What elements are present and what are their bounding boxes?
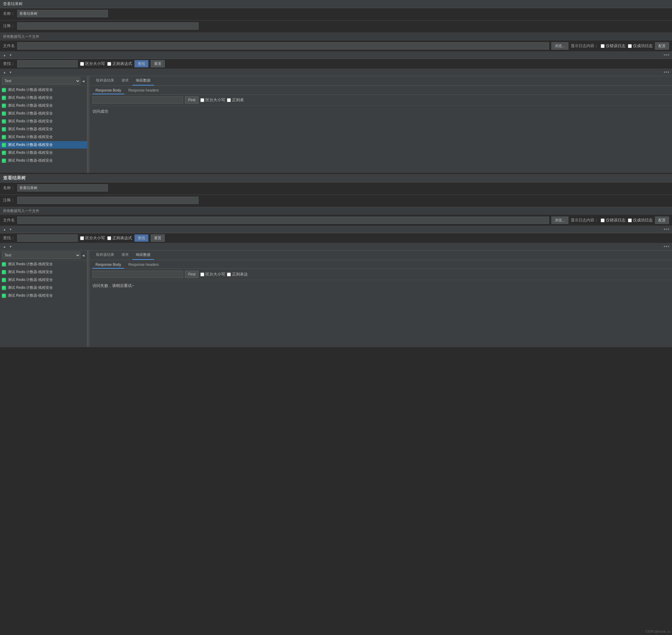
- split-more-2[interactable]: •••: [664, 244, 670, 249]
- success-only-checkbox-1[interactable]: 仅成功日志: [628, 43, 653, 49]
- shield-icon-2-0: [2, 262, 6, 266]
- file-row-1: 文件名 浏览... 显示日志内容： 仅错误日志 仅成功日志 配置: [0, 41, 672, 51]
- search-toolbar-2: ▲ ▼ •••: [0, 226, 672, 233]
- list-item-2-0[interactable]: 测试 Redis 计数器-线程安全: [0, 260, 87, 268]
- list-item-1-4[interactable]: 测试 Redis 计数器-线程安全: [0, 117, 87, 125]
- error-only-checkbox-1[interactable]: 仅错误日志: [601, 43, 626, 49]
- error-only-checkbox-2[interactable]: 仅错误日志: [601, 218, 626, 223]
- reset-btn-1[interactable]: 重置: [151, 60, 165, 67]
- view-dropdown-2[interactable]: Text JSON XML: [2, 251, 80, 259]
- split-more-1[interactable]: •••: [664, 69, 670, 75]
- case-checkbox-2[interactable]: 区分大小写: [80, 235, 105, 241]
- shield-icon-2-1: [2, 270, 6, 274]
- split-collapse-1a[interactable]: ▲: [2, 71, 7, 74]
- list-item-2-3[interactable]: 测试 Redis 计数器-线程安全: [0, 284, 87, 292]
- regex-checkbox-2[interactable]: 正则表达式: [107, 235, 132, 241]
- shield-icon-1-6: [2, 135, 6, 139]
- window-bar-2: 查看结果树: [0, 174, 672, 182]
- split-collapse-1b[interactable]: ▼: [8, 71, 13, 74]
- response-regex-1[interactable]: 正则表: [227, 97, 244, 103]
- collapse-btn-2a[interactable]: ▲: [2, 228, 7, 231]
- tab-request-1[interactable]: 请求: [118, 76, 132, 86]
- find-btn-2[interactable]: 查找: [134, 235, 148, 242]
- tab-sampler-result-2[interactable]: 取样器结果: [92, 250, 118, 260]
- response-body-tab-2[interactable]: Response Body: [92, 261, 124, 268]
- file-input-2[interactable]: [17, 217, 549, 224]
- comment-label-1: 注释：: [3, 23, 15, 29]
- split-area-1: Text JSON XML ◀ 测试 Redis 计数器-线程安全测试 Redi…: [0, 76, 672, 173]
- name-label-2: 名称：: [3, 185, 15, 191]
- response-tabs-2: Response Body Response headers: [89, 260, 672, 269]
- name-input-1[interactable]: [17, 10, 108, 17]
- response-regex-2[interactable]: 正则表达: [227, 271, 248, 277]
- list-item-1-8[interactable]: 测试 Redis 计数器-线程安全: [0, 149, 87, 157]
- response-headers-tab-1[interactable]: Response headers: [125, 87, 162, 94]
- left-pane-header-1: Text JSON XML ◀: [0, 76, 87, 86]
- watermark: CSDN @xiucai_cs: [645, 630, 670, 633]
- split-collapse-2b[interactable]: ▼: [8, 245, 13, 248]
- list-item-2-1[interactable]: 测试 Redis 计数器-线程安全: [0, 268, 87, 276]
- reset-btn-2[interactable]: 重置: [151, 235, 165, 242]
- case-checkbox-1[interactable]: 区分大小写: [80, 61, 105, 66]
- tab-response-data-2[interactable]: 响应数据: [132, 250, 154, 260]
- view-dropdown-1[interactable]: Text JSON XML: [2, 77, 80, 85]
- response-headers-tab-2[interactable]: Response headers: [125, 261, 162, 268]
- tab-response-data-1[interactable]: 响应数据: [132, 76, 154, 86]
- config-btn-1[interactable]: 配置: [655, 42, 669, 49]
- list-item-1-9[interactable]: 测试 Redis 计数器-线程安全: [0, 157, 87, 165]
- comment-input-1[interactable]: [17, 22, 198, 29]
- search-input-2[interactable]: [17, 235, 78, 242]
- search-input-1[interactable]: [17, 60, 78, 67]
- list-item-1-1[interactable]: 测试 Redis 计数器-线程安全: [0, 94, 87, 102]
- pane-collapse-2[interactable]: ◀: [82, 254, 85, 257]
- shield-icon-2-2: [2, 278, 6, 282]
- response-content-1: 访问成功: [89, 106, 672, 173]
- name-input-2[interactable]: [17, 184, 108, 192]
- list-item-1-5[interactable]: 测试 Redis 计数器-线程安全: [0, 125, 87, 133]
- file-label-2: 文件名: [3, 218, 15, 223]
- list-item-1-0[interactable]: 测试 Redis 计数器-线程安全: [0, 86, 87, 94]
- list-item-2-4[interactable]: 测试 Redis 计数器-线程安全: [0, 292, 87, 300]
- regex-checkbox-1[interactable]: 正则表达式: [107, 61, 132, 66]
- collapse-btn-1b[interactable]: ▼: [8, 53, 13, 57]
- browse-btn-1[interactable]: 浏览...: [551, 42, 568, 49]
- more-btn-1[interactable]: •••: [664, 52, 670, 58]
- split-collapse-2a[interactable]: ▲: [2, 245, 7, 248]
- file-section-2: 所有数据写入一个文件 文件名 浏览... 显示日志内容： 仅错误日志 仅成功日志…: [0, 207, 672, 226]
- response-body-tab-1[interactable]: Response Body: [92, 87, 124, 94]
- search-row-2: 查找： 区分大小写 正则表达式 查找 重置: [0, 233, 672, 243]
- comment-label-2: 注释：: [3, 198, 15, 203]
- response-tabs-1: Response Body Response headers: [89, 86, 672, 94]
- response-find-btn-2[interactable]: Find: [185, 271, 198, 278]
- response-case-1[interactable]: 区分大小写: [200, 97, 225, 103]
- search-toolbar-1: ▲ ▼ •••: [0, 51, 672, 59]
- list-item-1-3[interactable]: 测试 Redis 计数器-线程安全: [0, 110, 87, 117]
- file-row-2: 文件名 浏览... 显示日志内容： 仅错误日志 仅成功日志 配置: [0, 215, 672, 226]
- response-case-2[interactable]: 区分大小写: [200, 271, 225, 277]
- browse-btn-2[interactable]: 浏览...: [551, 217, 568, 224]
- pane-collapse-1[interactable]: ◀: [82, 80, 85, 83]
- tab-sampler-result-1[interactable]: 取样器结果: [92, 76, 118, 86]
- success-only-checkbox-2[interactable]: 仅成功日志: [628, 218, 653, 223]
- list-item-1-2[interactable]: 测试 Redis 计数器-线程安全: [0, 102, 87, 110]
- tab-request-2[interactable]: 请求: [118, 250, 132, 260]
- file-input-1[interactable]: [17, 42, 549, 49]
- list-item-1-6[interactable]: 测试 Redis 计数器-线程安全: [0, 133, 87, 141]
- file-section-1: 所有数据写入一个文件 文件名 浏览... 显示日志内容： 仅错误日志 仅成功日志…: [0, 33, 672, 51]
- search-row-1: 查找： 区分大小写 正则表达式 查找 重置: [0, 59, 672, 69]
- shield-icon-1-7: [2, 143, 6, 147]
- find-btn-1[interactable]: 查找: [134, 60, 148, 67]
- response-find-input-1[interactable]: [92, 96, 183, 104]
- list-item-2-2[interactable]: 测试 Redis 计数器-线程安全: [0, 276, 87, 284]
- list-item-1-7[interactable]: 测试 Redis 计数器-线程安全: [0, 141, 87, 149]
- search-label-2: 查找：: [3, 235, 15, 241]
- collapse-btn-2b[interactable]: ▼: [8, 228, 13, 231]
- log-label-1: 显示日志内容：: [571, 43, 598, 49]
- collapse-btn-1[interactable]: ▲: [2, 53, 7, 57]
- window-title-2: 查看结果树: [3, 175, 26, 181]
- response-find-btn-1[interactable]: Find: [185, 96, 198, 104]
- comment-input-2[interactable]: [17, 197, 198, 204]
- response-find-input-2[interactable]: [92, 271, 183, 278]
- config-btn-2[interactable]: 配置: [655, 217, 669, 224]
- more-btn-2[interactable]: •••: [664, 226, 670, 232]
